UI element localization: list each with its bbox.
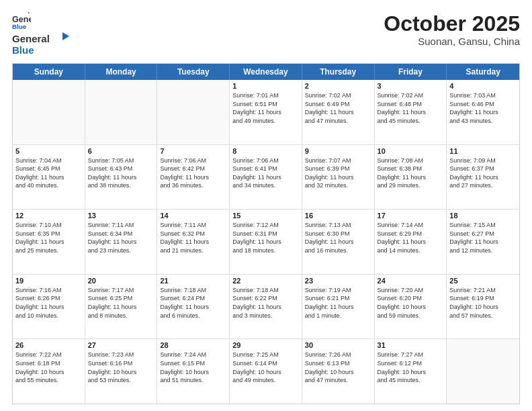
calendar-cell-2-0: 12Sunrise: 7:10 AM Sunset: 6:35 PM Dayli… bbox=[13, 210, 85, 274]
day-info: Sunrise: 7:25 AM Sunset: 6:14 PM Dayligh… bbox=[232, 351, 299, 384]
day-number: 13 bbox=[88, 212, 154, 220]
day-info: Sunrise: 7:06 AM Sunset: 6:41 PM Dayligh… bbox=[232, 156, 299, 190]
calendar-cell-2-4: 16Sunrise: 7:13 AM Sunset: 6:30 PM Dayli… bbox=[302, 210, 375, 274]
logo-icon: General Blue bbox=[12, 12, 31, 31]
day-info: Sunrise: 7:22 AM Sunset: 6:18 PM Dayligh… bbox=[15, 351, 82, 384]
day-number: 15 bbox=[232, 212, 299, 220]
day-info: Sunrise: 7:07 AM Sunset: 6:39 PM Dayligh… bbox=[305, 156, 371, 190]
day-info: Sunrise: 7:01 AM Sunset: 6:51 PM Dayligh… bbox=[232, 91, 299, 125]
day-info: Sunrise: 7:20 AM Sunset: 6:20 PM Dayligh… bbox=[378, 286, 444, 320]
day-info: Sunrise: 7:11 AM Sunset: 6:32 PM Dayligh… bbox=[160, 221, 226, 255]
calendar-cell-3-2: 21Sunrise: 7:18 AM Sunset: 6:24 PM Dayli… bbox=[157, 275, 230, 339]
calendar-row-3: 19Sunrise: 7:16 AM Sunset: 6:26 PM Dayli… bbox=[13, 275, 519, 340]
calendar-cell-4-3: 29Sunrise: 7:25 AM Sunset: 6:14 PM Dayli… bbox=[230, 339, 302, 404]
calendar-cell-3-5: 24Sunrise: 7:20 AM Sunset: 6:20 PM Dayli… bbox=[375, 275, 447, 339]
day-info: Sunrise: 7:15 AM Sunset: 6:27 PM Dayligh… bbox=[449, 221, 517, 255]
page-title: October 2025 bbox=[384, 12, 520, 36]
day-number: 16 bbox=[305, 212, 371, 220]
logo-svg: General Blue bbox=[12, 31, 73, 56]
calendar-row-2: 12Sunrise: 7:10 AM Sunset: 6:35 PM Dayli… bbox=[13, 210, 519, 275]
calendar-cell-4-5: 31Sunrise: 7:27 AM Sunset: 6:12 PM Dayli… bbox=[375, 339, 447, 404]
calendar: SundayMondayTuesdayWednesdayThursdayFrid… bbox=[12, 63, 520, 404]
svg-marker-4 bbox=[62, 32, 69, 40]
day-info: Sunrise: 7:02 AM Sunset: 6:48 PM Dayligh… bbox=[378, 91, 444, 125]
calendar-cell-1-1: 6Sunrise: 7:05 AM Sunset: 6:43 PM Daylig… bbox=[85, 145, 158, 210]
calendar-header: SundayMondayTuesdayWednesdayThursdayFrid… bbox=[13, 64, 519, 80]
calendar-cell-2-1: 13Sunrise: 7:11 AM Sunset: 6:34 PM Dayli… bbox=[85, 210, 158, 274]
calendar-cell-2-6: 18Sunrise: 7:15 AM Sunset: 6:27 PM Dayli… bbox=[447, 210, 519, 274]
day-number: 3 bbox=[378, 82, 444, 90]
calendar-cell-0-4: 2Sunrise: 7:02 AM Sunset: 6:49 PM Daylig… bbox=[302, 80, 375, 144]
calendar-cell-0-5: 3Sunrise: 7:02 AM Sunset: 6:48 PM Daylig… bbox=[375, 80, 447, 144]
day-number: 8 bbox=[232, 147, 299, 155]
calendar-cell-4-2: 28Sunrise: 7:24 AM Sunset: 6:15 PM Dayli… bbox=[157, 339, 230, 404]
day-number: 25 bbox=[449, 277, 517, 285]
weekday-header-saturday: Saturday bbox=[447, 64, 519, 80]
header: General Blue General Blue October 2025 S… bbox=[12, 12, 520, 56]
day-number: 29 bbox=[232, 341, 299, 349]
day-info: Sunrise: 7:02 AM Sunset: 6:49 PM Dayligh… bbox=[305, 91, 371, 125]
weekday-header-tuesday: Tuesday bbox=[157, 64, 230, 80]
calendar-cell-0-0 bbox=[13, 80, 85, 144]
day-number: 12 bbox=[15, 212, 82, 220]
day-number: 31 bbox=[378, 341, 444, 349]
day-number: 9 bbox=[305, 147, 371, 155]
weekday-header-thursday: Thursday bbox=[302, 64, 375, 80]
title-block: October 2025 Suonan, Gansu, China bbox=[384, 12, 520, 47]
day-number: 2 bbox=[305, 82, 371, 90]
calendar-cell-1-0: 5Sunrise: 7:04 AM Sunset: 6:45 PM Daylig… bbox=[13, 145, 85, 210]
day-number: 6 bbox=[88, 147, 154, 155]
day-info: Sunrise: 7:26 AM Sunset: 6:13 PM Dayligh… bbox=[305, 351, 371, 384]
weekday-header-monday: Monday bbox=[85, 64, 158, 80]
day-info: Sunrise: 7:24 AM Sunset: 6:15 PM Dayligh… bbox=[160, 351, 226, 384]
day-number: 14 bbox=[160, 212, 226, 220]
day-number: 18 bbox=[449, 212, 517, 220]
calendar-cell-1-4: 9Sunrise: 7:07 AM Sunset: 6:39 PM Daylig… bbox=[302, 145, 375, 210]
calendar-body: 1Sunrise: 7:01 AM Sunset: 6:51 PM Daylig… bbox=[13, 80, 519, 404]
day-info: Sunrise: 7:18 AM Sunset: 6:24 PM Dayligh… bbox=[160, 286, 226, 320]
day-info: Sunrise: 7:09 AM Sunset: 6:37 PM Dayligh… bbox=[449, 156, 517, 190]
calendar-cell-1-5: 10Sunrise: 7:08 AM Sunset: 6:38 PM Dayli… bbox=[375, 145, 447, 210]
calendar-cell-0-1 bbox=[85, 80, 158, 144]
day-number: 24 bbox=[378, 277, 444, 285]
calendar-cell-2-5: 17Sunrise: 7:14 AM Sunset: 6:29 PM Dayli… bbox=[375, 210, 447, 274]
calendar-row-4: 26Sunrise: 7:22 AM Sunset: 6:18 PM Dayli… bbox=[13, 339, 519, 404]
day-info: Sunrise: 7:11 AM Sunset: 6:34 PM Dayligh… bbox=[88, 221, 154, 255]
calendar-cell-1-6: 11Sunrise: 7:09 AM Sunset: 6:37 PM Dayli… bbox=[447, 145, 519, 210]
day-info: Sunrise: 7:13 AM Sunset: 6:30 PM Dayligh… bbox=[305, 221, 371, 255]
day-info: Sunrise: 7:18 AM Sunset: 6:22 PM Dayligh… bbox=[232, 286, 299, 320]
day-number: 30 bbox=[305, 341, 371, 349]
day-number: 26 bbox=[15, 341, 82, 349]
day-info: Sunrise: 7:08 AM Sunset: 6:38 PM Dayligh… bbox=[378, 156, 444, 190]
calendar-cell-3-4: 23Sunrise: 7:19 AM Sunset: 6:21 PM Dayli… bbox=[302, 275, 375, 339]
calendar-cell-2-3: 15Sunrise: 7:12 AM Sunset: 6:31 PM Dayli… bbox=[230, 210, 302, 274]
logo: General Blue General Blue bbox=[12, 12, 73, 56]
calendar-cell-4-4: 30Sunrise: 7:26 AM Sunset: 6:13 PM Dayli… bbox=[302, 339, 375, 404]
page-subtitle: Suonan, Gansu, China bbox=[384, 36, 520, 47]
day-info: Sunrise: 7:27 AM Sunset: 6:12 PM Dayligh… bbox=[378, 351, 444, 384]
svg-marker-2 bbox=[28, 12, 30, 14]
calendar-cell-4-6 bbox=[447, 339, 519, 404]
day-number: 21 bbox=[160, 277, 226, 285]
day-number: 20 bbox=[88, 277, 154, 285]
calendar-row-0: 1Sunrise: 7:01 AM Sunset: 6:51 PM Daylig… bbox=[13, 80, 519, 145]
day-info: Sunrise: 7:17 AM Sunset: 6:25 PM Dayligh… bbox=[88, 286, 154, 320]
day-info: Sunrise: 7:21 AM Sunset: 6:19 PM Dayligh… bbox=[449, 286, 517, 320]
page: General Blue General Blue October 2025 S… bbox=[0, 0, 532, 411]
day-number: 17 bbox=[378, 212, 444, 220]
svg-text:General: General bbox=[12, 33, 50, 44]
day-number: 7 bbox=[160, 147, 226, 155]
day-number: 4 bbox=[449, 82, 517, 90]
day-number: 22 bbox=[232, 277, 299, 285]
day-number: 28 bbox=[160, 341, 226, 349]
day-info: Sunrise: 7:14 AM Sunset: 6:29 PM Dayligh… bbox=[378, 221, 444, 255]
day-number: 1 bbox=[232, 82, 299, 90]
day-info: Sunrise: 7:04 AM Sunset: 6:45 PM Dayligh… bbox=[15, 156, 82, 190]
svg-text:Blue: Blue bbox=[12, 44, 34, 56]
calendar-cell-0-3: 1Sunrise: 7:01 AM Sunset: 6:51 PM Daylig… bbox=[230, 80, 302, 144]
day-info: Sunrise: 7:05 AM Sunset: 6:43 PM Dayligh… bbox=[88, 156, 154, 190]
day-info: Sunrise: 7:23 AM Sunset: 6:16 PM Dayligh… bbox=[88, 351, 154, 384]
day-info: Sunrise: 7:12 AM Sunset: 6:31 PM Dayligh… bbox=[232, 221, 299, 255]
calendar-cell-4-1: 27Sunrise: 7:23 AM Sunset: 6:16 PM Dayli… bbox=[85, 339, 158, 404]
day-number: 27 bbox=[88, 341, 154, 349]
